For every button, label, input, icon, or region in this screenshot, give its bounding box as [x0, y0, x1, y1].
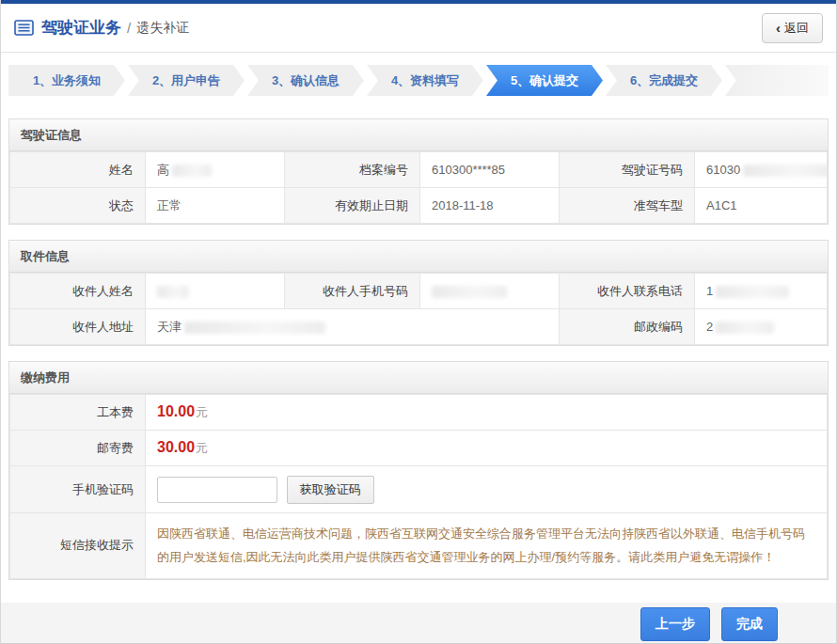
breadcrumb-separator: /	[127, 20, 131, 36]
page-title: 驾驶证业务	[41, 17, 121, 39]
table-row: 短信接收提示 因陕西省联通、电信运营商技术问题，陕西省互联网交通安全综合服务管理…	[10, 513, 828, 579]
section-fees-title: 缴纳费用	[9, 362, 828, 394]
table-row: 手机验证码 获取验证码	[10, 466, 828, 513]
redacted-blur	[172, 165, 212, 177]
back-button-label: 返回	[784, 20, 809, 37]
footer-action-bar: 上一步 完成	[1, 603, 836, 644]
step-progress-bar: 1、业务须知 2、用户申告 3、确认信息 4、资料填写 5、确认提交 6、完成提…	[8, 65, 829, 96]
table-row: 工本费 10.00元	[10, 395, 828, 431]
breadcrumb-current: 遗失补证	[136, 20, 189, 37]
table-row: 邮寄费 30.00元	[10, 431, 828, 466]
redacted-blur	[432, 286, 507, 298]
license-number-label: 驾驶证号码	[560, 152, 695, 188]
back-button[interactable]: ‹ 返回	[762, 13, 823, 43]
section-pickup-title: 取件信息	[9, 241, 828, 273]
recipient-phone-value: 1	[695, 274, 828, 309]
redacted-blur	[716, 286, 789, 298]
step-1-business-notice: 1、业务须知	[8, 65, 125, 96]
license-info-table: 姓名 高 档案编号 610300****85 驾驶证号码 61030 状态 正常…	[9, 151, 828, 224]
production-fee-label: 工本费	[10, 395, 146, 431]
section-license-info: 驾驶证信息 姓名 高 档案编号 610300****85 驾驶证号码 61030…	[8, 118, 829, 225]
vehicle-class-value: A1C1	[695, 188, 828, 224]
name-label: 姓名	[10, 152, 146, 188]
postcode-value: 2	[695, 309, 828, 345]
recipient-mobile-label: 收件人手机号码	[285, 274, 420, 309]
postcode-label: 邮政编码	[560, 309, 695, 345]
form-list-icon	[14, 20, 34, 36]
step-4-fill-data: 4、资料填写	[367, 65, 483, 96]
recipient-address-value: 天津	[146, 309, 560, 345]
vehicle-class-label: 准驾车型	[560, 188, 695, 224]
step-2-user-declaration: 2、用户申告	[128, 65, 245, 96]
production-fee-value: 10.00元	[146, 395, 828, 431]
chevron-left-icon: ‹	[776, 21, 781, 35]
redacted-blur	[157, 286, 189, 298]
finish-button[interactable]: 完成	[721, 607, 778, 641]
step-5-confirm-submit-active: 5、确认提交	[486, 65, 603, 96]
header: 驾驶证业务 / 遗失补证 ‹ 返回	[1, 4, 836, 53]
currency-unit: 元	[196, 441, 208, 455]
step-6-complete-submit: 6、完成提交	[606, 65, 722, 96]
file-number-label: 档案编号	[285, 152, 420, 188]
status-value: 正常	[146, 188, 285, 224]
table-row: 收件人姓名 收件人手机号码 收件人联系电话 1	[10, 274, 828, 309]
status-label: 状态	[10, 188, 146, 224]
name-value: 高	[146, 152, 285, 188]
license-number-value: 61030	[695, 152, 828, 188]
get-sms-code-button[interactable]: 获取验证码	[287, 476, 374, 504]
recipient-address-label: 收件人地址	[10, 309, 146, 345]
expiry-label: 有效期止日期	[285, 188, 420, 224]
file-number-value: 610300****85	[420, 152, 560, 188]
recipient-name-value	[146, 274, 285, 309]
sms-code-cell: 获取验证码	[146, 466, 828, 513]
previous-step-button[interactable]: 上一步	[640, 607, 710, 641]
table-row: 状态 正常 有效期止日期 2018-11-18 准驾车型 A1C1	[10, 188, 828, 224]
recipient-mobile-value	[420, 274, 560, 309]
pickup-info-table: 收件人姓名 收件人手机号码 收件人联系电话 1 收件人地址 天津 邮政编码 2	[9, 273, 828, 345]
redacted-blur	[716, 322, 774, 334]
fees-table: 工本费 10.00元 邮寄费 30.00元 手机验证码 获取验证码 短信接收提示…	[9, 394, 828, 579]
section-license-title: 驾驶证信息	[9, 119, 828, 151]
expiry-value: 2018-11-18	[420, 188, 560, 224]
page: 驾驶证业务 / 遗失补证 ‹ 返回 1、业务须知 2、用户申告 3、确认信息 4…	[0, 0, 837, 644]
sms-tip-text: 因陕西省联通、电信运营商技术问题，陕西省互联网交通安全综合服务管理平台无法向持陕…	[146, 513, 828, 579]
step-bar-filler	[725, 65, 829, 96]
sms-tip-label: 短信接收提示	[10, 513, 146, 579]
redacted-blur	[743, 165, 827, 177]
postage-fee-label: 邮寄费	[10, 431, 146, 466]
table-row: 姓名 高 档案编号 610300****85 驾驶证号码 61030	[10, 152, 828, 188]
step-3-confirm-info: 3、确认信息	[247, 65, 364, 96]
redacted-blur	[184, 322, 325, 334]
recipient-name-label: 收件人姓名	[10, 274, 146, 309]
sms-code-input[interactable]	[157, 477, 277, 503]
section-pickup-info: 取件信息 收件人姓名 收件人手机号码 收件人联系电话 1 收件人地址 天津 邮政…	[8, 240, 829, 346]
recipient-phone-label: 收件人联系电话	[560, 274, 695, 309]
sms-code-label: 手机验证码	[10, 466, 146, 513]
table-row: 收件人地址 天津 邮政编码 2	[10, 309, 828, 345]
section-fees: 缴纳费用 工本费 10.00元 邮寄费 30.00元 手机验证码 获取验证码 短…	[8, 361, 829, 580]
postage-fee-value: 30.00元	[146, 431, 828, 466]
currency-unit: 元	[196, 405, 208, 419]
